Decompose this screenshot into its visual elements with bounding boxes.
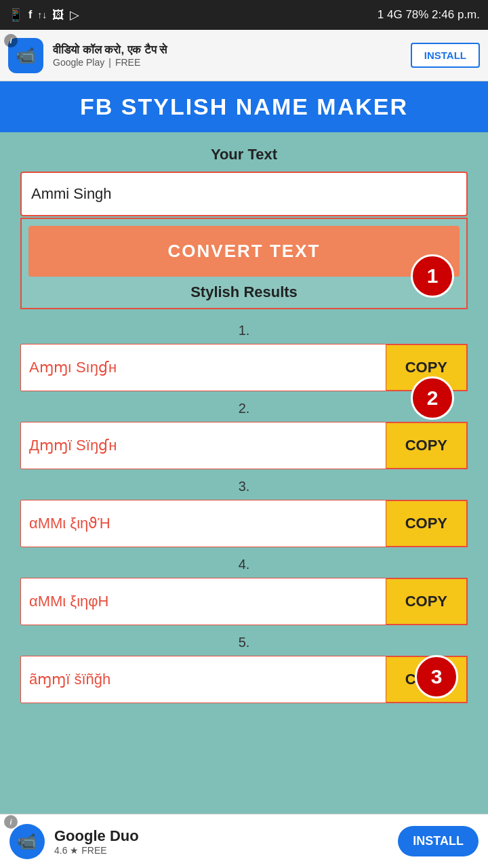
duo-video-icon: 📹 <box>17 832 37 851</box>
result-text-2: Дɱɱï Sïŋɠн <box>20 422 386 469</box>
ad-text-block: वीडियो कॉल करो, एक टैप से Google Play | … <box>53 43 401 68</box>
result-text-4: αMMι ξιηφΗ <box>20 578 386 625</box>
convert-button[interactable]: CONVERT TEXT <box>28 226 460 277</box>
status-bar: 📱 f ↑↓ 🖼 ▷ 1 4G 78% 2:46 p.m. <box>0 0 488 30</box>
step-badge-2: 2 <box>411 376 454 420</box>
ad-divider: | <box>108 57 111 68</box>
copy-button-3[interactable]: COPY <box>386 500 468 547</box>
result-number-3: 3. <box>20 479 468 494</box>
name-input[interactable] <box>22 173 466 215</box>
media-icon: ▷ <box>70 7 79 22</box>
ad-banner-bottom: i 📹 Google Duo 4.6 ★ FREE INSTALL <box>0 814 488 868</box>
result-number-4: 4. <box>20 557 468 572</box>
ad-info-icon[interactable]: i <box>4 34 18 47</box>
ad-free-label: FREE <box>115 57 140 68</box>
your-text-label: Your Text <box>20 146 468 163</box>
gallery-icon: 🖼 <box>52 8 64 22</box>
result-number-2: 2. <box>20 401 468 416</box>
result-row-4: αMMι ξιηφΗ COPY <box>20 578 468 625</box>
whatsapp-icon: 📱 <box>8 7 23 22</box>
status-icons-left: 📱 f ↑↓ 🖼 ▷ <box>8 7 79 22</box>
ad-bottom-info-icon[interactable]: i <box>4 815 18 829</box>
ad-title: वीडियो कॉल करो, एक टैप से <box>53 43 401 57</box>
result-row-5: ãɱɱï šïñğh COPY <box>20 656 468 703</box>
ad-install-button[interactable]: INSTALL <box>411 43 480 68</box>
input-section: 1 Your Text 2 CONVERT TEXT Stylish Resul… <box>20 146 468 309</box>
result-text-5: ãɱɱï šïñğh <box>20 656 386 703</box>
copy-button-4[interactable]: COPY <box>386 578 468 625</box>
ad-bottom-text-block: Google Duo 4.6 ★ FREE <box>54 827 388 856</box>
text-input-wrapper <box>20 172 468 216</box>
convert-section: CONVERT TEXT Stylish Results <box>20 218 468 309</box>
result-row-3: αMMι ξιηϑΉ COPY <box>20 500 468 547</box>
facebook-icon: f <box>28 9 32 21</box>
result-row-1: Aɱɱı Sıŋɠн COPY <box>20 344 468 391</box>
status-info-right: 1 4G 78% 2:46 p.m. <box>378 8 480 22</box>
data-icon: ↑↓ <box>37 9 47 20</box>
step-badge-1: 1 <box>411 254 454 298</box>
ad-subtitle: Google Play | FREE <box>53 57 401 68</box>
status-text: 1 4G 78% 2:46 p.m. <box>378 8 480 22</box>
ad-bottom-install-button[interactable]: INSTALL <box>398 826 479 856</box>
result-number-5: 5. <box>20 635 468 650</box>
ad-bottom-title: Google Duo <box>54 827 388 845</box>
result-number-1: 1. <box>20 323 468 338</box>
ad-bottom-app-icon: 📹 <box>9 824 45 859</box>
main-content: 1 Your Text 2 CONVERT TEXT Stylish Resul… <box>0 132 488 781</box>
results-section: 3 1. Aɱɱı Sıŋɠн COPY 2. Дɱɱï Sïŋɠн COPY … <box>20 323 468 703</box>
stylish-results-label: Stylish Results <box>28 283 460 301</box>
result-text-1: Aɱɱı Sıŋɠн <box>20 344 386 391</box>
copy-button-2[interactable]: COPY <box>386 422 468 469</box>
result-row-2: Дɱɱï Sïŋɠн COPY <box>20 422 468 469</box>
result-text-3: αMMι ξιηϑΉ <box>20 500 386 547</box>
google-play-label: Google Play <box>53 57 104 68</box>
ad-banner-top: i 📹 वीडियो कॉल करो, एक टैप से Google Pla… <box>0 30 488 81</box>
step-badge-3: 3 <box>415 655 458 698</box>
app-header: FB STYLISH NAME MAKER <box>0 81 488 132</box>
video-camera-icon: 📹 <box>16 46 36 65</box>
ad-bottom-rating: 4.6 ★ FREE <box>54 845 388 856</box>
app-title: FB STYLISH NAME MAKER <box>0 94 488 120</box>
